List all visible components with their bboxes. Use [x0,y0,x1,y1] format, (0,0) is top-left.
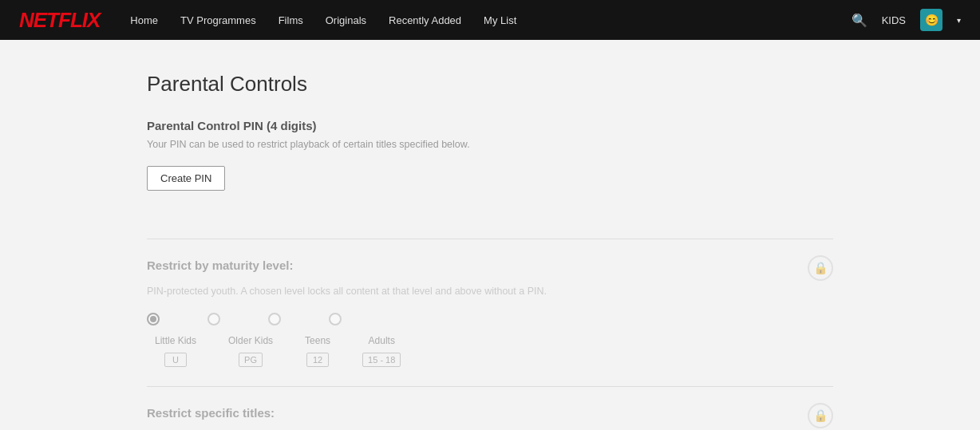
maturity-label-adults: Adults 15 - 18 [362,335,401,367]
rating-little-kids: U [164,353,187,367]
avatar[interactable]: 😊 [920,9,942,31]
maturity-radio-row [147,313,833,325]
restrict-heading: Restrict specific titles: [147,406,275,420]
nav-right-section: 🔍 KIDS 😊 ▾ [852,9,961,31]
label-older-kids: Older Kids [228,335,273,346]
search-icon[interactable]: 🔍 [852,13,867,28]
pin-section: Parental Control PIN (4 digits) Your PIN… [147,119,833,219]
create-pin-button[interactable]: Create PIN [147,166,225,191]
nav-tv-programmes[interactable]: TV Programmes [180,14,256,26]
radio-adults [329,313,342,325]
navbar: NETFLIX Home TV Programmes Films Origina… [0,0,980,40]
maturity-item-older-kids [207,313,220,325]
restrict-header: Restrict specific titles: 🔒 [147,403,833,428]
maturity-heading: Restrict by maturity level: [147,258,293,272]
nav-originals[interactable]: Originals [326,14,366,26]
label-teens: Teens [305,335,330,346]
maturity-item-adults [329,313,342,325]
maturity-label-teens: Teens 12 [305,335,330,367]
nav-home[interactable]: Home [130,14,158,26]
label-little-kids: Little Kids [155,335,196,346]
pin-heading: Parental Control PIN (4 digits) [147,119,833,132]
nav-recently-added[interactable]: Recently Added [389,14,461,26]
maturity-item-teens [268,313,281,325]
nav-my-list[interactable]: My List [484,14,516,26]
radio-older-kids [207,313,220,325]
chevron-down-icon[interactable]: ▾ [957,16,961,25]
label-adults: Adults [369,335,395,346]
maturity-label-older-kids: Older Kids PG [228,335,273,367]
radio-teens [268,313,281,325]
rating-teens: 12 [306,353,329,367]
maturity-item-little-kids [147,313,160,325]
main-content: Parental Controls Parental Control PIN (… [131,40,849,430]
maturity-section: Restrict by maturity level: 🔒 PIN-protec… [147,255,833,367]
section-divider-1 [147,239,833,239]
netflix-logo[interactable]: NETFLIX [19,8,100,33]
maturity-header: Restrict by maturity level: 🔒 [147,255,833,281]
kids-link[interactable]: KIDS [882,14,906,26]
section-divider-2 [147,386,833,387]
radio-little-kids [147,313,160,325]
page-title: Parental Controls [147,72,833,97]
maturity-label-little-kids: Little Kids U [155,335,196,367]
nav-films[interactable]: Films [279,14,303,26]
rating-older-kids: PG [239,353,263,367]
maturity-labels-row: Little Kids U Older Kids PG Teens 12 Adu… [147,335,833,367]
pin-description: Your PIN can be used to restrict playbac… [147,139,833,150]
restrict-section: Restrict specific titles: 🔒 You can spec… [147,403,833,430]
lock-icon: 🔒 [808,255,833,281]
lock-icon-2: 🔒 [808,403,833,428]
rating-adults: 15 - 18 [362,353,401,367]
maturity-description: PIN-protected youth. A chosen level lock… [147,286,833,297]
